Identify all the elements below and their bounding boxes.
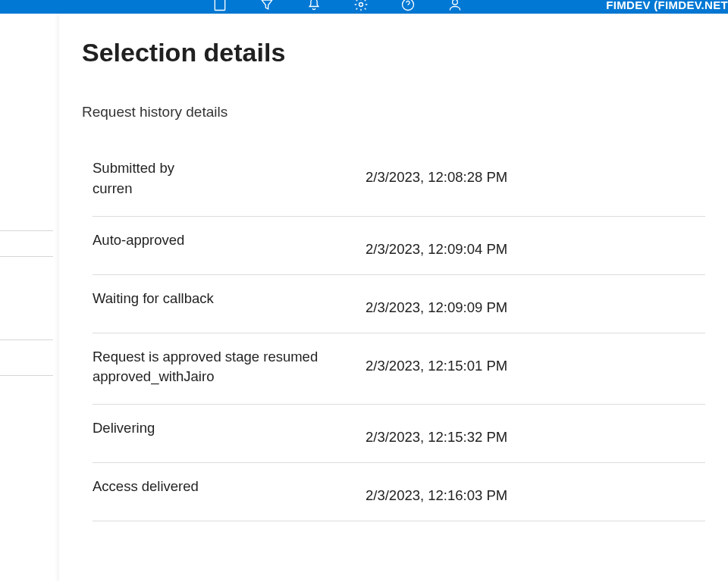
history-row: Waiting for callback 2/3/2023, 12:09:09 … <box>93 275 705 333</box>
history-timestamp: 2/3/2023, 12:16:03 PM <box>366 477 705 504</box>
history-status-detail: approved_withJairo <box>93 367 366 387</box>
svg-point-3 <box>453 0 458 5</box>
gear-icon[interactable] <box>353 0 369 14</box>
feedback-icon[interactable] <box>447 0 463 14</box>
filter-icon[interactable] <box>259 0 275 14</box>
history-status: Waiting for callback <box>93 289 366 309</box>
panel-title: Selection details <box>82 38 705 67</box>
history-timestamp: 2/3/2023, 12:09:09 PM <box>366 289 705 316</box>
section-heading: Request history details <box>82 104 705 120</box>
history-status-text: Delivering <box>93 420 155 436</box>
svg-point-1 <box>359 3 363 7</box>
history-row: Request is approved stage resumed approv… <box>93 333 705 405</box>
history-timestamp: 2/3/2023, 12:15:01 PM <box>366 347 705 374</box>
history-timestamp: 2/3/2023, 12:09:04 PM <box>366 230 705 258</box>
bell-icon[interactable] <box>306 0 322 14</box>
help-icon[interactable] <box>400 0 416 14</box>
history-row: Access delivered 2/3/2023, 12:16:03 PM <box>93 463 705 521</box>
left-nav-column <box>0 14 53 582</box>
book-icon[interactable] <box>212 0 228 14</box>
details-panel: Selection details Request history detail… <box>59 14 728 582</box>
history-status-text: Auto-approved <box>93 232 184 248</box>
history-status-text: Submitted by <box>93 160 174 176</box>
nav-divider <box>0 340 53 340</box>
history-status-text: Waiting for callback <box>93 290 214 306</box>
history-status: Submitted by curren <box>93 158 366 199</box>
history-status-text: Request is approved stage resumed <box>93 349 318 365</box>
nav-divider <box>0 256 53 257</box>
tenant-label[interactable]: FIMDEV (FIMDEV.NET <box>606 0 728 11</box>
history-status: Auto-approved <box>93 230 366 251</box>
history-list: Submitted by curren 2/3/2023, 12:08:28 P… <box>82 151 705 521</box>
history-status: Request is approved stage resumed approv… <box>93 347 366 388</box>
top-bar-icon-group <box>212 0 463 14</box>
history-row: Delivering 2/3/2023, 12:15:32 PM <box>93 405 705 463</box>
history-status: Access delivered <box>93 477 366 497</box>
history-status: Delivering <box>93 418 366 439</box>
svg-rect-0 <box>215 0 224 11</box>
history-row: Auto-approved 2/3/2023, 12:09:04 PM <box>93 217 705 275</box>
top-command-bar: FIMDEV (FIMDEV.NET <box>0 0 728 14</box>
nav-divider <box>0 375 53 376</box>
history-status-text: Access delivered <box>93 478 199 494</box>
history-timestamp: 2/3/2023, 12:15:32 PM <box>366 418 705 446</box>
history-timestamp: 2/3/2023, 12:08:28 PM <box>366 158 705 186</box>
history-row: Submitted by curren 2/3/2023, 12:08:28 P… <box>93 151 705 217</box>
history-status-detail: curren <box>93 179 366 199</box>
nav-divider <box>0 230 53 231</box>
